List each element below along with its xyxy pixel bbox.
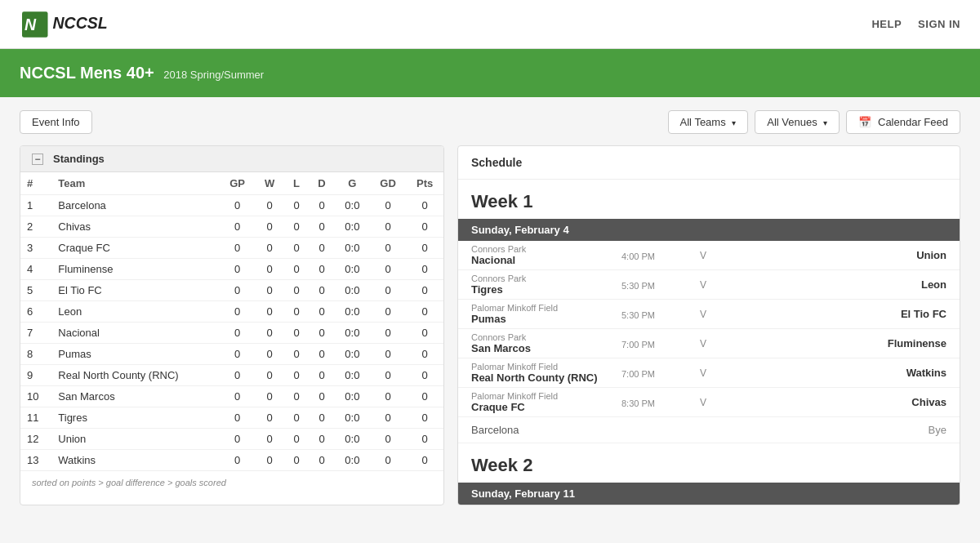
banner-subtitle: 2018 Spring/Summer bbox=[163, 69, 264, 81]
row-g: 0:0 bbox=[335, 195, 370, 216]
versus-label: V bbox=[687, 279, 719, 291]
row-pts: 0 bbox=[406, 259, 443, 280]
signin-link[interactable]: SIGN IN bbox=[918, 18, 960, 30]
help-link[interactable]: HELP bbox=[871, 18, 902, 30]
row-num: 13 bbox=[20, 450, 51, 471]
row-g: 0:0 bbox=[335, 386, 370, 407]
row-w: 0 bbox=[255, 407, 284, 429]
row-team: El Tio FC bbox=[51, 280, 219, 301]
home-team: Real North County (RNC) bbox=[471, 372, 621, 384]
game-row: Palomar Minkoff Field Craque FC 8:30 PM … bbox=[458, 388, 960, 417]
game-row: Palomar Minkoff Field Pumas 5:30 PM V El… bbox=[458, 300, 960, 329]
row-gp: 0 bbox=[220, 429, 256, 450]
versus-label: V bbox=[687, 397, 719, 408]
game-venue-time: Palomar Minkoff Field Craque FC bbox=[458, 391, 621, 413]
standings-panel: − Standings # Team GP W L D G GD Pts bbox=[20, 145, 444, 505]
home-team: San Marcos bbox=[471, 342, 621, 354]
row-pts: 0 bbox=[406, 450, 443, 471]
row-gd: 0 bbox=[370, 407, 407, 429]
row-gd: 0 bbox=[370, 429, 407, 450]
game-venue-time: Connors Park Tigres bbox=[458, 274, 621, 296]
row-g: 0:0 bbox=[335, 323, 370, 344]
col-g: G bbox=[335, 172, 370, 195]
game-venue-time: Palomar Minkoff Field Pumas bbox=[458, 303, 621, 325]
away-team: Union bbox=[719, 249, 960, 261]
all-teams-button[interactable]: All Teams ▾ bbox=[668, 110, 749, 134]
row-d: 0 bbox=[309, 386, 335, 407]
row-w: 0 bbox=[255, 344, 284, 365]
toolbar: Event Info All Teams ▾ All Venues ▾ 📅 Ca… bbox=[20, 110, 960, 134]
col-gd: GD bbox=[370, 172, 407, 195]
row-l: 0 bbox=[284, 344, 309, 365]
table-row: 7 Nacional 0 0 0 0 0:0 0 0 bbox=[20, 323, 443, 344]
game-time: 7:00 PM bbox=[621, 367, 687, 379]
row-team: Watkins bbox=[51, 450, 219, 471]
standings-table-header-row: # Team GP W L D G GD Pts bbox=[20, 172, 443, 195]
row-pts: 0 bbox=[406, 386, 443, 407]
row-w: 0 bbox=[255, 365, 284, 386]
col-num: # bbox=[20, 172, 51, 195]
venue-name: Palomar Minkoff Field bbox=[471, 391, 621, 401]
sorted-note: sorted on points > goal difference > goa… bbox=[20, 470, 443, 494]
row-l: 0 bbox=[284, 259, 309, 280]
row-g: 0:0 bbox=[335, 365, 370, 386]
row-w: 0 bbox=[255, 259, 284, 280]
row-gp: 0 bbox=[220, 323, 256, 344]
row-d: 0 bbox=[309, 301, 335, 323]
table-row: 12 Union 0 0 0 0 0:0 0 0 bbox=[20, 429, 443, 450]
game-row: Connors Park Nacional 4:00 PM V Union bbox=[458, 241, 960, 270]
week-section: Week 1Sunday, February 4 Connors Park Na… bbox=[458, 180, 960, 443]
row-gd: 0 bbox=[370, 301, 407, 323]
row-g: 0:0 bbox=[335, 238, 370, 259]
row-d: 0 bbox=[309, 216, 335, 238]
row-d: 0 bbox=[309, 365, 335, 386]
row-w: 0 bbox=[255, 301, 284, 323]
row-w: 0 bbox=[255, 195, 284, 216]
row-g: 0:0 bbox=[335, 344, 370, 365]
row-l: 0 bbox=[284, 386, 309, 407]
row-g: 0:0 bbox=[335, 407, 370, 429]
game-venue-time: Connors Park San Marcos bbox=[458, 332, 621, 354]
row-l: 0 bbox=[284, 323, 309, 344]
week-title: Week 2 bbox=[458, 443, 960, 483]
all-venues-button[interactable]: All Venues ▾ bbox=[755, 110, 840, 134]
table-row: 8 Pumas 0 0 0 0 0:0 0 0 bbox=[20, 344, 443, 365]
row-gd: 0 bbox=[370, 323, 407, 344]
row-num: 3 bbox=[20, 238, 51, 259]
row-gp: 0 bbox=[220, 301, 256, 323]
game-venue-time: Connors Park Nacional bbox=[458, 244, 621, 266]
all-venues-dropdown-icon: ▾ bbox=[823, 118, 827, 127]
collapse-icon[interactable]: − bbox=[32, 154, 43, 165]
game-time: 4:00 PM bbox=[621, 250, 687, 261]
row-gd: 0 bbox=[370, 450, 407, 471]
calendar-feed-button[interactable]: 📅 Calendar Feed bbox=[846, 110, 960, 134]
row-d: 0 bbox=[309, 407, 335, 429]
all-teams-dropdown-icon: ▾ bbox=[732, 118, 736, 127]
away-team: El Tio FC bbox=[719, 308, 960, 320]
row-l: 0 bbox=[284, 301, 309, 323]
content-grid: − Standings # Team GP W L D G GD Pts bbox=[20, 145, 960, 505]
bye-row: Barcelona Bye bbox=[458, 417, 960, 443]
row-g: 0:0 bbox=[335, 280, 370, 301]
event-info-button[interactable]: Event Info bbox=[20, 110, 92, 134]
day-header: Sunday, February 11 bbox=[458, 483, 960, 505]
home-team: Tigres bbox=[471, 283, 621, 296]
table-row: 5 El Tio FC 0 0 0 0 0:0 0 0 bbox=[20, 280, 443, 301]
row-team: Tigres bbox=[51, 407, 219, 429]
week-section: Week 2Sunday, February 11 bbox=[458, 443, 960, 505]
home-team: Craque FC bbox=[471, 401, 621, 413]
row-w: 0 bbox=[255, 323, 284, 344]
row-l: 0 bbox=[284, 216, 309, 238]
row-l: 0 bbox=[284, 195, 309, 216]
row-gp: 0 bbox=[220, 407, 256, 429]
row-g: 0:0 bbox=[335, 429, 370, 450]
row-pts: 0 bbox=[406, 238, 443, 259]
standings-header: − Standings bbox=[20, 146, 443, 172]
table-row: 13 Watkins 0 0 0 0 0:0 0 0 bbox=[20, 450, 443, 471]
table-row: 3 Craque FC 0 0 0 0 0:0 0 0 bbox=[20, 238, 443, 259]
row-pts: 0 bbox=[406, 429, 443, 450]
row-d: 0 bbox=[309, 450, 335, 471]
table-row: 9 Real North County (RNC) 0 0 0 0 0:0 0 … bbox=[20, 365, 443, 386]
row-num: 8 bbox=[20, 344, 51, 365]
col-team: Team bbox=[51, 172, 219, 195]
